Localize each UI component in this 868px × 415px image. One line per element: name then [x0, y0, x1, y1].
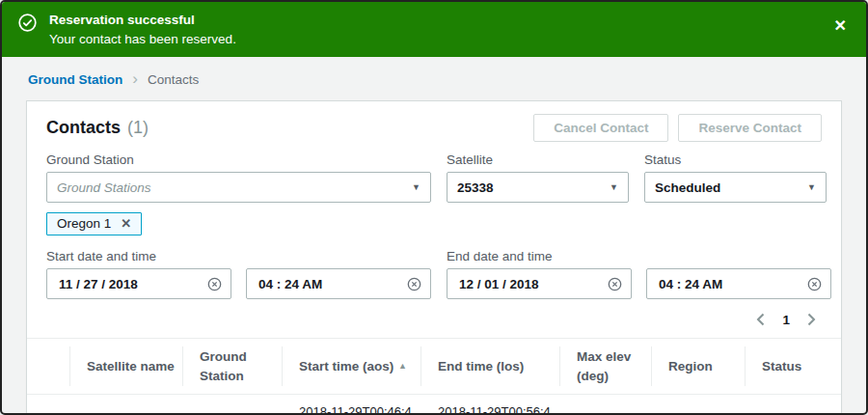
start-time-value: 04 : 24 AM — [258, 277, 322, 291]
table-row: 25338 Oregon 1 2018-11-29T00:46:48.000Z … — [27, 395, 841, 415]
cell-end-time: 2018-11-29T00:56:48.000Z — [420, 395, 559, 415]
status-label: Status — [644, 152, 827, 167]
chevron-right-icon: › — [132, 70, 138, 87]
pagination: 1 — [27, 299, 841, 332]
start-time-input[interactable]: 04 : 24 AM — [246, 268, 431, 299]
next-page-icon[interactable] — [805, 311, 818, 328]
reserve-contact-button[interactable]: Reserve Contact — [678, 114, 822, 142]
satellite-select[interactable]: 25338 ▼ — [447, 172, 629, 203]
col-header-satellite-name: Satellite name — [69, 339, 182, 394]
token-label: Oregon 1 — [57, 216, 111, 231]
col-header-ground-station: Ground Station — [182, 339, 282, 394]
app-window: Reservation successful Your contact has … — [0, 0, 868, 415]
clear-icon[interactable] — [207, 277, 222, 291]
table-header-row: Satellite name Ground Station Start time… — [27, 339, 841, 395]
clear-icon[interactable] — [807, 277, 822, 291]
end-date-input[interactable]: 12 / 01 / 2018 — [447, 268, 632, 299]
close-icon[interactable]: ✕ — [832, 14, 849, 38]
filters: Ground Station Ground Stations ▼ Satelli… — [27, 151, 841, 299]
col-header-max-elev: Max elev (deg) — [559, 339, 651, 394]
cell-satellite-name: 25338 — [69, 404, 182, 415]
breadcrumb-current: Contacts — [148, 72, 199, 87]
panel-header: Contacts (1) Cancel Contact Reserve Cont… — [27, 101, 841, 151]
chevron-down-icon: ▼ — [610, 182, 618, 192]
end-date-value: 12 / 01 / 2018 — [459, 277, 539, 291]
chevron-down-icon: ▼ — [412, 182, 420, 192]
contacts-count: (1) — [127, 118, 149, 138]
cell-status: SCHEDULED — [745, 404, 850, 415]
select-column-header — [27, 339, 69, 394]
satellite-label: Satellite — [447, 152, 629, 167]
success-flashbar: Reservation successful Your contact has … — [2, 2, 866, 57]
start-datetime-label: Start date and time — [46, 249, 431, 263]
start-date-input[interactable]: 11 / 27 / 2018 — [46, 268, 231, 299]
flash-title: Reservation successful — [49, 11, 236, 30]
clear-icon[interactable] — [608, 277, 622, 291]
col-header-start-time-label: Start time (aos) — [299, 357, 393, 376]
ground-station-label: Ground Station — [46, 152, 431, 167]
cancel-contact-button[interactable]: Cancel Contact — [533, 114, 668, 142]
col-header-end-time: End time (los) — [420, 339, 559, 394]
cell-ground-station: Oregon 1 — [182, 404, 282, 415]
status-select[interactable]: Scheduled ▼ — [644, 172, 827, 203]
start-date-value: 11 / 27 / 2018 — [59, 277, 138, 291]
sort-ascending-icon: ▲ — [398, 360, 413, 373]
ground-station-token: Oregon 1 ✕ — [46, 212, 142, 235]
cell-region: us-west-2 — [651, 404, 745, 415]
cell-max-elev: 21.971 — [559, 404, 651, 415]
contacts-panel: Contacts (1) Cancel Contact Reserve Cont… — [26, 100, 842, 415]
ground-station-select[interactable]: Ground Stations ▼ — [46, 172, 431, 203]
end-datetime-label: End date and time — [447, 249, 831, 263]
status-value: Scheduled — [655, 180, 720, 195]
page-number[interactable]: 1 — [782, 313, 790, 327]
col-header-region: Region — [651, 339, 745, 394]
contacts-table: Satellite name Ground Station Start time… — [27, 338, 841, 415]
cell-start-time: 2018-11-29T00:46:48.000Z — [282, 395, 420, 415]
satellite-value: 25338 — [457, 180, 494, 195]
chevron-down-icon: ▼ — [807, 182, 816, 192]
col-header-status: Status — [745, 339, 841, 394]
ground-station-placeholder: Ground Stations — [57, 180, 151, 195]
page-title: Contacts — [46, 118, 121, 138]
end-time-value: 04 : 24 AM — [659, 277, 722, 291]
breadcrumb-ground-station-link[interactable]: Ground Station — [28, 72, 122, 87]
token-remove-icon[interactable]: ✕ — [120, 216, 132, 231]
flash-message: Your contact has been reserved. — [49, 30, 236, 49]
col-header-start-time[interactable]: Start time (aos) ▲ — [282, 339, 420, 394]
prev-page-icon[interactable] — [754, 311, 767, 328]
clear-icon[interactable] — [407, 277, 421, 291]
breadcrumb: Ground Station › Contacts — [2, 57, 866, 99]
success-check-icon — [17, 13, 38, 37]
end-time-input[interactable]: 04 : 24 AM — [646, 268, 831, 299]
